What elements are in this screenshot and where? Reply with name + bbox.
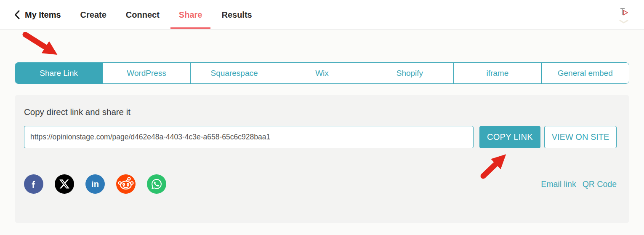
nav-item-share[interactable]: Share bbox=[179, 0, 202, 29]
navbar-right bbox=[617, 6, 630, 24]
svg-text:in: in bbox=[91, 179, 99, 189]
email-link[interactable]: Email link bbox=[541, 179, 576, 189]
nav-item-results[interactable]: Results bbox=[221, 0, 252, 29]
chevron-down-icon bbox=[619, 20, 628, 24]
tab-general-embed[interactable]: General embed bbox=[542, 63, 629, 83]
view-on-site-button[interactable]: VIEW ON SITE bbox=[544, 126, 617, 148]
facebook-share-icon[interactable] bbox=[24, 174, 43, 194]
widget-preview-icon[interactable] bbox=[617, 6, 630, 18]
nav-item-create[interactable]: Create bbox=[80, 0, 106, 29]
whatsapp-share-icon[interactable] bbox=[147, 174, 166, 194]
social-share-icons: in bbox=[24, 174, 166, 194]
link-row: COPY LINK VIEW ON SITE bbox=[24, 126, 617, 148]
nav-item-connect[interactable]: Connect bbox=[126, 0, 160, 29]
tab-iframe[interactable]: iframe bbox=[454, 63, 541, 83]
extra-share-links: Email link QR Code bbox=[541, 179, 617, 189]
back-label: My Items bbox=[25, 10, 61, 20]
share-link-panel: Copy direct link and share it COPY LINK … bbox=[15, 95, 629, 223]
bottom-row: in Email link bbox=[24, 174, 617, 194]
share-url-input[interactable] bbox=[24, 126, 474, 148]
top-navbar: My Items Create Connect Share Results bbox=[0, 0, 644, 30]
reddit-share-icon[interactable] bbox=[116, 174, 136, 194]
tab-share-link[interactable]: Share Link bbox=[15, 63, 103, 83]
share-method-tabs: Share Link WordPress Squarespace Wix Sho… bbox=[15, 62, 629, 84]
tab-squarespace[interactable]: Squarespace bbox=[191, 63, 278, 83]
annotation-arrow-share-link-tab bbox=[21, 32, 67, 62]
x-twitter-share-icon[interactable] bbox=[55, 174, 74, 194]
tab-wix[interactable]: Wix bbox=[278, 63, 366, 83]
tab-wordpress[interactable]: WordPress bbox=[103, 63, 190, 83]
copy-link-button[interactable]: COPY LINK bbox=[479, 126, 540, 148]
tab-shopify[interactable]: Shopify bbox=[366, 63, 454, 83]
chevron-left-icon bbox=[14, 10, 20, 19]
linkedin-share-icon[interactable]: in bbox=[85, 174, 105, 194]
back-to-my-items[interactable]: My Items bbox=[14, 0, 61, 29]
panel-heading: Copy direct link and share it bbox=[24, 107, 617, 117]
qr-code-link[interactable]: QR Code bbox=[583, 179, 617, 189]
